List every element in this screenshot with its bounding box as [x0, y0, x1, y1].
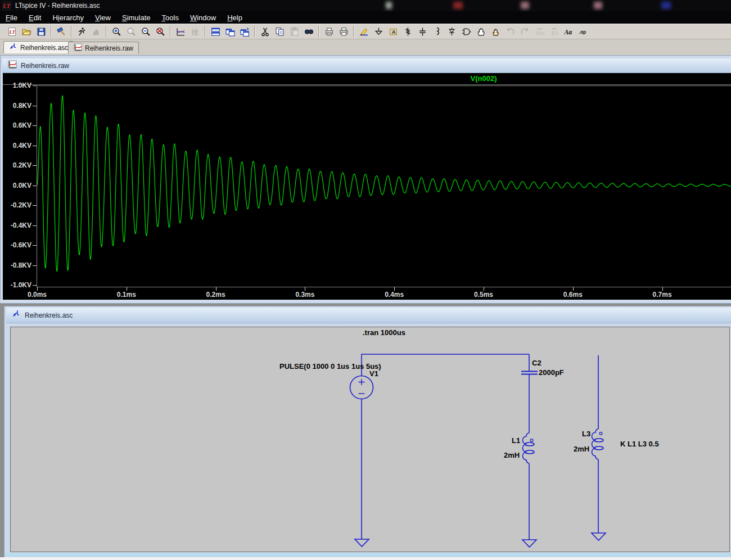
print-preview-icon	[324, 27, 334, 37]
inductor-l1-loop	[525, 442, 534, 446]
place-resistor-icon	[403, 27, 413, 37]
move-button[interactable]	[473, 24, 488, 39]
cut-button[interactable]	[258, 24, 272, 39]
menu-file[interactable]: File	[0, 12, 23, 23]
autorange-waveform-button[interactable]	[173, 24, 188, 39]
place-text-button[interactable]: Aa	[561, 24, 576, 39]
draw-wire-button[interactable]	[357, 24, 371, 39]
schematic-window-titlebar[interactable]: Reihenkreis.asc	[6, 308, 731, 323]
paste-icon	[290, 27, 299, 37]
mark-data-points-button	[188, 24, 202, 39]
place-inductor-button[interactable]	[430, 24, 444, 39]
c2-name-text[interactable]: C2	[532, 359, 542, 367]
svg-text:LT: LT	[8, 29, 15, 34]
menu-view[interactable]: View	[89, 12, 116, 23]
new-schematic-button[interactable]: LT	[4, 24, 19, 39]
svg-text:LT: LT	[2, 2, 11, 9]
zoom-to-selection-button	[124, 24, 138, 39]
zoom-full-extents-button[interactable]	[153, 24, 168, 39]
coupling-directive-text[interactable]: K L1 L3 0.5	[620, 440, 659, 448]
tile-vertically-icon	[225, 27, 235, 37]
tab-reihenkreis-raw[interactable]: Reihenkreis.raw	[68, 42, 139, 54]
window-title: LTspice IV - Reihenkreis.asc	[15, 2, 100, 10]
place-label-button[interactable]: A	[386, 24, 400, 39]
run-simulation-button[interactable]	[74, 24, 89, 39]
place-text-icon: Aa	[564, 27, 574, 37]
paste-button	[287, 24, 301, 39]
place-component-button[interactable]	[459, 24, 473, 39]
waveform-window-titlebar[interactable]: Reihenkreis.raw	[2, 58, 731, 73]
schematic-icon	[12, 310, 21, 320]
inductor-l3-loop	[594, 446, 603, 450]
redo-button	[517, 24, 532, 39]
save-button[interactable]	[34, 24, 48, 39]
print-icon	[339, 27, 349, 37]
draw-wire-icon	[359, 27, 369, 37]
waveform-trace-canvas[interactable]	[37, 85, 731, 287]
toolbar-separator	[318, 26, 319, 37]
waveform-icon	[74, 43, 82, 53]
l3-name-text[interactable]: L3	[582, 430, 590, 438]
autorange-waveform-icon	[176, 27, 186, 37]
tile-horizontally-button[interactable]	[208, 24, 223, 39]
spice-directive-button[interactable]: .op	[576, 24, 590, 39]
place-diode-button[interactable]	[444, 24, 459, 39]
l1-name-text[interactable]: L1	[512, 436, 520, 445]
print-button[interactable]	[336, 24, 351, 39]
l3-value-text[interactable]: 2mH	[574, 445, 589, 453]
place-resistor-button[interactable]	[400, 24, 415, 39]
place-ground-button[interactable]	[371, 24, 386, 39]
zoom-out-button[interactable]	[138, 24, 153, 39]
print-preview-button[interactable]	[322, 24, 336, 39]
control-panel-button[interactable]	[54, 24, 69, 39]
svg-text:Aa: Aa	[564, 28, 572, 35]
drag-button[interactable]	[488, 24, 503, 39]
menu-help[interactable]: Help	[222, 12, 248, 23]
find-icon	[304, 27, 314, 37]
mirror-icon: Em	[535, 27, 544, 37]
ground-symbol-v1	[355, 539, 369, 547]
menu-simulate[interactable]: Simulate	[116, 12, 156, 23]
move-icon	[476, 27, 486, 37]
zoom-in-button[interactable]	[109, 24, 124, 39]
mirror-button: Em	[532, 24, 547, 39]
menu-edit[interactable]: Edit	[23, 12, 47, 23]
toolbar-separator	[254, 26, 255, 37]
waveform-trace	[37, 96, 731, 272]
schematic-window-title: Reihenkreis.asc	[25, 311, 73, 319]
copy-button[interactable]	[272, 24, 287, 39]
wire-v1-to-c2	[362, 354, 529, 376]
find-button[interactable]	[301, 24, 316, 39]
taskbar-glare-blob	[661, 2, 671, 9]
zoom-in-icon	[112, 27, 121, 37]
tab-reihenkreis-asc[interactable]: Reihenkreis.asc	[3, 41, 74, 53]
v1-name-text[interactable]: V1	[369, 369, 378, 378]
v1-value-text[interactable]: PULSE(0 1000 0 1us 1us 5us)	[279, 362, 381, 371]
menu-tools[interactable]: Tools	[156, 12, 184, 23]
spice-directive-icon: .op	[579, 27, 588, 37]
toolbar-separator	[51, 26, 52, 37]
c2-value-text[interactable]: 2000pF	[539, 368, 564, 377]
inductor-l1-coil	[523, 433, 530, 463]
inductor-l1-loop	[525, 450, 534, 454]
cascade-windows-button[interactable]	[237, 24, 252, 39]
l1-value-text[interactable]: 2mH	[504, 451, 520, 459]
schematic-icon	[9, 43, 17, 53]
spice-directive-text[interactable]: .tran 1000us	[363, 328, 405, 337]
tile-vertically-button[interactable]	[223, 24, 237, 39]
status-bar	[0, 557, 731, 560]
waveform-window-bottom-frame	[0, 300, 731, 302]
window-titlebar[interactable]: LT LTspice IV - Reihenkreis.asc	[0, 0, 731, 11]
inductor-l3-coil	[592, 429, 599, 459]
tab-bar: Reihenkreis.asc Reihenkreis.raw	[0, 39, 731, 56]
menu-bar: FileEditHierarchyViewSimulateToolsWindow…	[0, 11, 731, 24]
menu-hierarchy[interactable]: Hierarchy	[47, 12, 89, 23]
place-capacitor-button[interactable]	[415, 24, 430, 39]
trace-legend-label[interactable]: V(n002)	[371, 74, 596, 83]
inductor-l1-phase-dot	[530, 439, 533, 442]
open-file-button[interactable]	[19, 24, 34, 39]
menu-window[interactable]: Window	[184, 12, 222, 23]
ground-symbol-l1	[522, 540, 536, 547]
toolbar-separator	[106, 26, 107, 37]
rotate-button: E3	[547, 24, 561, 39]
